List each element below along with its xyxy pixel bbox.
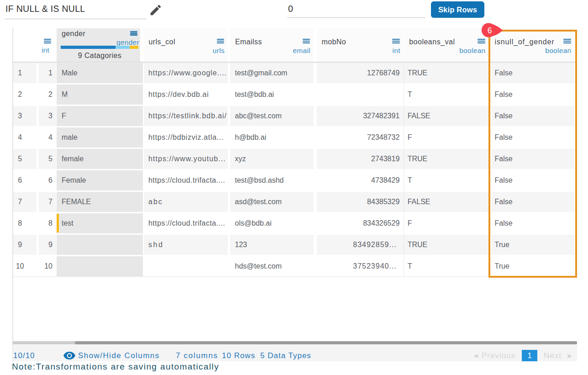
svg-text:6: 6: [488, 26, 492, 35]
